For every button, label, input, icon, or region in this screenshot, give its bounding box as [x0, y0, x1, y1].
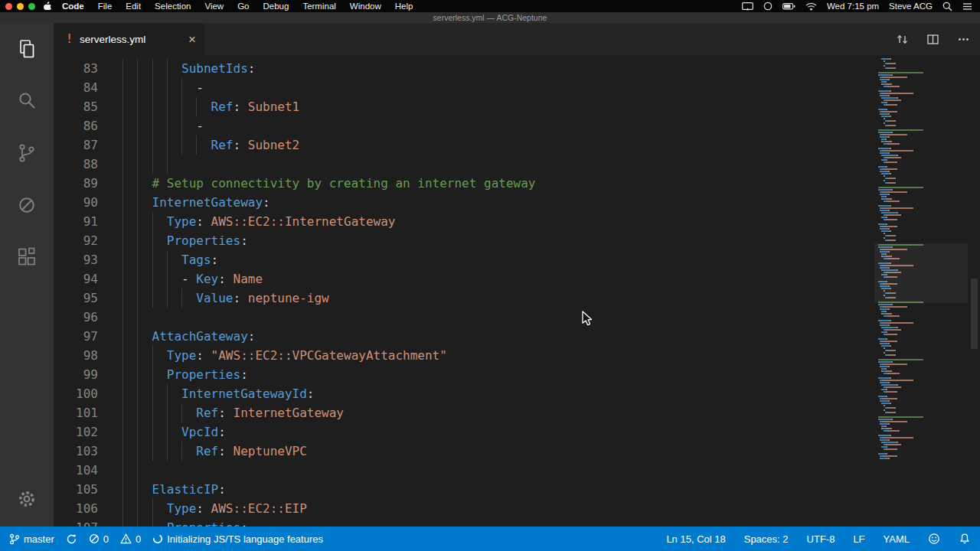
status-message[interactable]: Initializing JS/TS language features	[152, 533, 323, 545]
line-number[interactable]: 86	[54, 116, 98, 135]
code-line[interactable]: 86 -	[54, 116, 535, 135]
menu-debug[interactable]: Debug	[256, 2, 296, 11]
notification-center-icon[interactable]	[962, 2, 972, 11]
sidebar-item-explorer[interactable]	[0, 23, 54, 75]
code-line[interactable]: 104	[54, 461, 535, 480]
code-line[interactable]: 97 AttachGateway:	[54, 327, 535, 346]
menu-edit[interactable]: Edit	[119, 2, 148, 11]
line-number[interactable]: 99	[54, 365, 98, 384]
line-number[interactable]: 100	[54, 384, 98, 403]
sync-button[interactable]	[66, 533, 77, 545]
minimize-window-button[interactable]	[17, 3, 24, 10]
battery-icon[interactable]	[782, 3, 795, 10]
line-number[interactable]: 95	[54, 289, 98, 308]
line-number[interactable]: 96	[54, 308, 98, 327]
line-number[interactable]: 91	[54, 212, 98, 231]
code-line[interactable]: 84 -	[54, 78, 535, 97]
code-line[interactable]: 85 Ref: Subnet1	[54, 97, 535, 116]
tab-serverless-yml[interactable]: ! serverless.yml ×	[54, 23, 204, 55]
code-line[interactable]: 99 Properties:	[54, 365, 535, 384]
menu-selection[interactable]: Selection	[148, 2, 198, 11]
screen-mirroring-icon[interactable]	[742, 2, 753, 11]
menu-code[interactable]: Code	[55, 2, 91, 11]
code-line[interactable]: 91 Type: AWS::EC2::InternetGateway	[54, 212, 535, 231]
code-line[interactable]: 92 Properties:	[54, 231, 535, 250]
code-line[interactable]: 83 SubnetIds:	[54, 59, 535, 78]
sidebar-item-search[interactable]	[0, 75, 54, 127]
code-line[interactable]: 106 Type: AWS::EC2::EIP	[54, 499, 535, 518]
code-line[interactable]: 89 # Setup connectivity by creating an i…	[54, 174, 535, 193]
code-line[interactable]: 103 Ref: NeptuneVPC	[54, 442, 535, 461]
code-line[interactable]: 102 VpcId:	[54, 422, 535, 442]
cursor-position[interactable]: Ln 15, Col 18	[666, 533, 725, 545]
line-number[interactable]: 83	[54, 59, 98, 78]
line-number[interactable]: 93	[54, 250, 98, 269]
line-number[interactable]: 90	[54, 193, 98, 212]
line-number[interactable]: 97	[54, 327, 98, 346]
code-line[interactable]: 101 Ref: InternetGateway	[54, 403, 535, 422]
sidebar-item-debug[interactable]	[0, 179, 54, 231]
feedback-smiley-icon[interactable]	[928, 533, 940, 545]
menu-file[interactable]: File	[91, 2, 119, 11]
line-number[interactable]: 105	[54, 480, 98, 499]
scrollbar-thumb[interactable]	[971, 279, 978, 349]
line-number[interactable]: 88	[54, 155, 98, 174]
line-number[interactable]: 85	[54, 97, 98, 116]
line-number[interactable]: 106	[54, 499, 98, 518]
zoom-window-button[interactable]	[28, 3, 35, 10]
menu-view[interactable]: View	[198, 2, 230, 11]
eol-setting[interactable]: LF	[853, 533, 864, 545]
close-tab-icon[interactable]: ×	[188, 33, 196, 46]
editor[interactable]: 83 SubnetIds:84 -85 Ref: Subnet186 -87 R…	[54, 55, 980, 527]
code-line[interactable]: 90 InternetGateway:	[54, 193, 535, 212]
line-number[interactable]: 89	[54, 174, 98, 193]
problems-errors[interactable]: 0	[89, 533, 109, 545]
line-number[interactable]: 103	[54, 442, 98, 461]
code-line[interactable]: 88	[54, 155, 535, 174]
indentation-setting[interactable]: Spaces: 2	[744, 533, 789, 545]
menu-help[interactable]: Help	[388, 2, 420, 11]
language-mode[interactable]: YAML	[884, 533, 910, 545]
notifications-bell-icon[interactable]	[959, 533, 971, 545]
sidebar-item-source-control[interactable]	[0, 127, 54, 179]
minimap[interactable]	[874, 55, 968, 527]
line-number[interactable]: 104	[54, 461, 98, 480]
code-line[interactable]: 93 Tags:	[54, 250, 535, 269]
more-actions-icon[interactable]	[957, 33, 970, 46]
code-line[interactable]: 107 Properties:	[54, 518, 535, 527]
open-changes-icon[interactable]	[896, 33, 909, 46]
git-branch-item[interactable]: master	[9, 533, 54, 545]
line-number[interactable]: 101	[54, 403, 98, 422]
code-line[interactable]: 95 Value: neptune-igw	[54, 289, 535, 308]
menu-terminal[interactable]: Terminal	[296, 2, 342, 11]
code-area[interactable]: 83 SubnetIds:84 -85 Ref: Subnet186 -87 R…	[54, 59, 535, 527]
wifi-icon[interactable]	[805, 2, 817, 11]
code-line[interactable]: 96	[54, 308, 535, 327]
menu-window[interactable]: Window	[343, 2, 388, 11]
minimap-slider[interactable]	[874, 243, 968, 303]
code-line[interactable]: 87 Ref: Subnet2	[54, 135, 535, 155]
apple-menu-icon[interactable]	[43, 1, 52, 11]
close-window-button[interactable]	[5, 3, 12, 10]
sidebar-item-extensions[interactable]	[0, 231, 54, 283]
spotlight-search-icon[interactable]	[942, 2, 952, 11]
line-number[interactable]: 84	[54, 78, 98, 97]
line-number[interactable]: 87	[54, 135, 98, 155]
line-number[interactable]: 92	[54, 231, 98, 250]
code-line[interactable]: 105 ElasticIP:	[54, 480, 535, 499]
menu-go[interactable]: Go	[230, 2, 256, 11]
line-number[interactable]: 98	[54, 346, 98, 365]
line-number[interactable]: 94	[54, 269, 98, 289]
encoding-setting[interactable]: UTF-8	[807, 533, 835, 545]
menubar-user[interactable]: Steve ACG	[889, 2, 933, 11]
window-titlebar[interactable]: serverless.yml — ACG-Neptune	[0, 12, 980, 23]
problems-warnings[interactable]: 0	[120, 533, 141, 545]
status-circle-icon[interactable]	[763, 2, 773, 11]
line-number[interactable]: 102	[54, 422, 98, 442]
code-line[interactable]: 100 InternetGatewayId:	[54, 384, 535, 403]
code-line[interactable]: 94 - Key: Name	[54, 269, 535, 289]
code-line[interactable]: 98 Type: "AWS::EC2::VPCGatewayAttachment…	[54, 346, 535, 365]
menubar-clock[interactable]: Wed 7:15 pm	[827, 2, 879, 11]
split-editor-icon[interactable]	[926, 33, 939, 46]
line-number[interactable]: 107	[54, 518, 98, 527]
